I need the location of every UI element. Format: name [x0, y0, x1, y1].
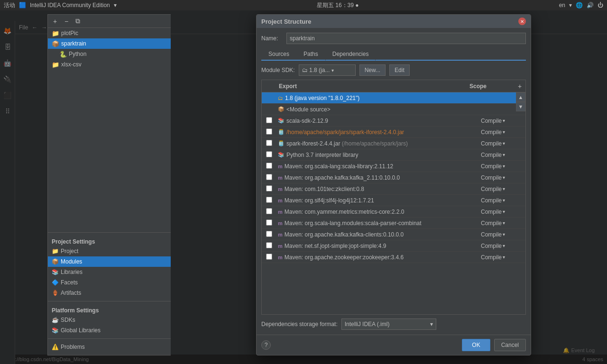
scroll-up-btn[interactable]: ▲ — [516, 92, 525, 102]
checkbox-8[interactable] — [266, 185, 272, 191]
dep-scope-11[interactable]: Compile▾ — [478, 220, 525, 227]
dep-scope-4[interactable]: Compile▾ — [478, 140, 525, 147]
jar-icon-4: 🫙 — [278, 140, 285, 146]
name-input[interactable] — [286, 33, 526, 44]
nav-label-libraries: Libraries — [61, 269, 83, 275]
edit-sdk-button[interactable]: Edit — [389, 64, 410, 76]
dep-row-0[interactable]: 🗂 1.8 (java version "1.8.0_221") — [262, 92, 525, 104]
dep-row-8[interactable]: m Maven: com.101tec:zkclient:0.8 Compile… — [262, 183, 525, 195]
dep-row-11[interactable]: m Maven: org.scala-lang.modules:scala-pa… — [262, 218, 525, 229]
dep-scope-8[interactable]: Compile▾ — [478, 186, 525, 192]
dep-scope-3[interactable]: Compile▾ — [478, 129, 525, 136]
copy-btn[interactable]: ⧉ — [73, 16, 83, 27]
dep-scope-9[interactable]: Compile▾ — [478, 197, 525, 204]
power-icon: ⏻ — [598, 2, 603, 9]
checkbox-4[interactable] — [266, 140, 272, 146]
dep-row-2[interactable]: 📚 scala-sdk-2.12.9 Compile▾ — [262, 115, 525, 127]
scroll-down-btn[interactable]: ▼ — [516, 102, 525, 111]
tab-sources[interactable]: Sources — [261, 48, 296, 61]
cancel-button[interactable]: Cancel — [494, 339, 526, 351]
new-sdk-button[interactable]: New... — [359, 64, 386, 76]
app-dropdown-arrow[interactable]: ▾ — [114, 2, 117, 9]
nav-item-libraries[interactable]: 📚 Libraries — [48, 267, 171, 277]
checkbox-13[interactable] — [266, 242, 272, 248]
dep-scope-14[interactable]: Compile▾ — [478, 254, 525, 261]
dep-row-7[interactable]: m Maven: org.apache.kafka:kafka_2.11:0.1… — [262, 172, 525, 183]
dep-scope-10[interactable]: Compile▾ — [478, 209, 525, 215]
lang-arrow[interactable]: ▾ — [569, 2, 572, 9]
dep-row-10[interactable]: m Maven: com.yammer.metrics:metrics-core… — [262, 206, 525, 218]
dep-check-14[interactable] — [262, 254, 276, 261]
checkbox-7[interactable] — [266, 174, 272, 180]
dep-check-5[interactable] — [262, 151, 276, 159]
checkbox-5[interactable] — [266, 151, 272, 157]
checkbox-3[interactable] — [266, 128, 272, 135]
lib-icon-5: 📚 — [278, 152, 285, 158]
storage-select[interactable]: IntelliJ IDEA (.iml) ▾ — [341, 318, 436, 330]
dep-check-4[interactable] — [262, 140, 276, 147]
taskbar-right: en ▾ 🌐 🔊 ⏻ — [559, 2, 603, 9]
dep-check-7[interactable] — [262, 174, 276, 182]
lang-label[interactable]: en — [559, 2, 565, 9]
dep-check-13[interactable] — [262, 242, 276, 250]
sdk-select[interactable]: 🗂 1.8 (ja... ▾ — [299, 64, 356, 76]
dep-check-8[interactable] — [262, 185, 276, 193]
nav-label-facets: Facets — [61, 279, 78, 286]
nav-item-artifacts[interactable]: 🏺 Artifacts — [48, 288, 171, 298]
dep-row-3[interactable]: 🫙 /home/apache/spark/jars/spark-iforest-… — [262, 127, 525, 138]
dep-scope-6[interactable]: Compile▾ — [478, 163, 525, 170]
activity-label[interactable]: 活动 — [4, 1, 15, 9]
tab-paths[interactable]: Paths — [296, 48, 325, 61]
dep-check-9[interactable] — [262, 197, 276, 204]
tab-dependencies[interactable]: Dependencies — [325, 48, 376, 61]
dep-scope-7[interactable]: Compile▾ — [478, 174, 525, 181]
nav-label-sdks: SDKs — [61, 317, 75, 323]
checkbox-9[interactable] — [266, 197, 272, 203]
dep-scope-13[interactable]: Compile▾ — [478, 243, 525, 249]
header-scope: Scope — [467, 83, 514, 90]
tree-item-python[interactable]: 🐍 Python — [48, 49, 171, 59]
dep-check-11[interactable] — [262, 219, 276, 227]
help-button[interactable]: ? — [261, 340, 271, 350]
dep-row-5[interactable]: 📚 Python 3.7 interpreter library Compile… — [262, 149, 525, 161]
dep-scope-12[interactable]: Compile▾ — [478, 231, 525, 238]
dep-row-4[interactable]: 🫙 spark-iforest-2.4.4.jar (/home/apache/… — [262, 138, 525, 149]
dep-row-14[interactable]: m Maven: org.apache.zookeeper:zookeeper:… — [262, 252, 525, 263]
dep-check-3[interactable] — [262, 128, 276, 136]
app-label[interactable]: IntelliJ IDEA Community Edition — [30, 2, 110, 9]
dep-row-6[interactable]: m Maven: org.scala-lang:scala-library:2.… — [262, 161, 525, 172]
add-dep-button[interactable]: + — [514, 82, 525, 90]
tree-item-sparktrain[interactable]: 📦 sparktrain — [48, 38, 171, 49]
dep-check-12[interactable] — [262, 231, 276, 238]
nav-item-modules[interactable]: 📦 Modules — [48, 256, 171, 267]
dep-check-2[interactable] — [262, 117, 276, 125]
nav-item-global-libraries[interactable]: 📚 Global Libraries — [48, 325, 171, 336]
dep-row-1[interactable]: 📦 <Module source> — [262, 104, 525, 115]
checkbox-6[interactable] — [266, 163, 272, 169]
maven-icon-7: m — [278, 175, 283, 181]
dep-row-9[interactable]: m Maven: org.slf4j:slf4j-log4j12:1.7.21 … — [262, 195, 525, 206]
dialog-close-button[interactable]: ✕ — [518, 18, 526, 25]
checkbox-12[interactable] — [266, 231, 272, 237]
module-icon-sparktrain: 📦 — [52, 40, 59, 47]
dep-check-6[interactable] — [262, 163, 276, 170]
dep-scope-2[interactable]: Compile▾ — [478, 118, 525, 124]
dep-check-10[interactable] — [262, 208, 276, 216]
checkbox-2[interactable] — [266, 117, 272, 123]
dep-name-6: m Maven: org.scala-lang:scala-library:2.… — [276, 163, 478, 170]
tree-item-plotpic[interactable]: 📁 plotPic — [48, 28, 171, 38]
checkbox-11[interactable] — [266, 219, 272, 226]
dep-row-12[interactable]: m Maven: org.apache.kafka:kafka-clients:… — [262, 229, 525, 240]
nav-item-sdks[interactable]: ☕ SDKs — [48, 315, 171, 325]
nav-item-problems[interactable]: ⚠️ Problems — [48, 342, 171, 352]
nav-item-facets[interactable]: 🔷 Facets — [48, 277, 171, 288]
checkbox-10[interactable] — [266, 208, 272, 214]
ok-button[interactable]: OK — [462, 339, 490, 351]
checkbox-14[interactable] — [266, 254, 272, 260]
remove-btn[interactable]: − — [61, 16, 72, 27]
dep-row-13[interactable]: m Maven: net.sf.jopt-simple:jopt-simple:… — [262, 240, 525, 252]
add-btn[interactable]: + — [50, 16, 60, 27]
nav-item-project[interactable]: 📁 Project — [48, 246, 171, 256]
dep-scope-5[interactable]: Compile▾ — [478, 152, 525, 158]
tree-item-xlsx-csv[interactable]: 📁 xlsx-csv — [48, 59, 171, 70]
